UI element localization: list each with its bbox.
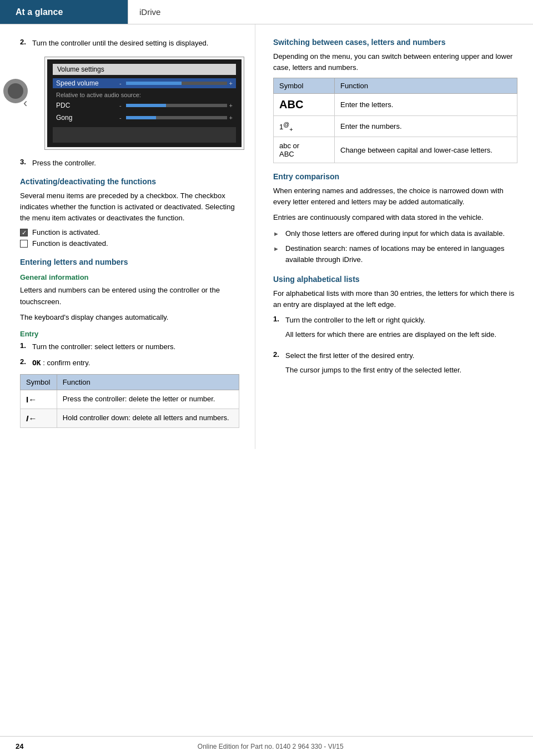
entry-comparison-body2: Entries are continuously compared with d… <box>273 212 517 223</box>
checkbox-deactivated: Function is deactivated. <box>20 239 239 248</box>
activating-section-heading: Activating/deactivating the functions <box>20 177 239 186</box>
switching-function-2: Enter the numbers. <box>335 116 517 137</box>
entry-table-col1: Symbol <box>21 374 57 390</box>
switching-table-col2: Function <box>335 78 517 94</box>
entry-step2: 2. OK : confirm entry. <box>20 357 239 369</box>
switching-function-1: Enter the letters. <box>335 94 517 116</box>
general-body1: Letters and numbers can be entered using… <box>20 285 239 307</box>
screen-row-pdc: PDC - + <box>53 100 236 110</box>
footer: 24 Online Edition for Part no. 0140 2 96… <box>0 736 533 756</box>
bullet-item-2: ► Destination search: names of locations… <box>273 243 517 265</box>
screen-row-gong: Gong - + <box>53 113 236 123</box>
screen-divider: Relative to active audio source: <box>56 92 233 98</box>
tab-at-a-glance[interactable]: At a glance <box>0 0 128 24</box>
entry-comparison-body1: When entering names and addresses, the c… <box>273 185 517 208</box>
alpha-step2-sub: The cursor jumps to the first entry of t… <box>285 365 461 376</box>
right-column: Switching between cases, letters and num… <box>255 24 533 449</box>
switching-symbol-cases: abc orABC <box>274 137 335 163</box>
table-row: 1@+ Enter the numbers. <box>274 116 517 137</box>
alphabetical-body: For alphabetical lists with more than 30… <box>273 288 517 310</box>
entry-comparison-heading: Entry comparison <box>273 172 517 181</box>
entry-function-1: Press the controller: delete the letter … <box>57 390 239 409</box>
entry-symbol-1: I← <box>21 390 57 409</box>
entry-symbol-2: I← <box>21 409 57 427</box>
step-2: 2. Turn the controller until the desired… <box>20 38 239 49</box>
screen-mockup: Volume settings Speed volume - + Relativ… <box>44 57 244 150</box>
switching-heading: Switching between cases, letters and num… <box>273 38 517 47</box>
switching-table-col1: Symbol <box>274 78 335 94</box>
general-body2: The keyboard's display changes automatic… <box>20 312 239 323</box>
switching-symbol-abc: ABC <box>274 94 335 116</box>
screen-title: Volume settings <box>53 64 236 75</box>
entry-table-col2: Function <box>57 374 239 390</box>
header: At a glance iDrive <box>0 0 533 24</box>
table-row: abc orABC Change between capital and low… <box>274 137 517 163</box>
main-content: 2. Turn the controller until the desired… <box>0 24 533 449</box>
step-3: 3. Press the controller. <box>20 158 239 169</box>
activating-body: Several menu items are preceded by a che… <box>20 190 239 224</box>
entering-section-heading: Entering letters and numbers <box>20 258 239 266</box>
table-row: I← Hold controller down: delete all lett… <box>21 409 239 427</box>
checkbox-unchecked-icon <box>20 240 28 248</box>
alpha-step2: 2. Select the first letter of the desire… <box>273 350 517 380</box>
bullet-arrow-icon: ► <box>273 228 282 239</box>
page-number: 24 <box>16 742 23 750</box>
general-info-subheading: General information <box>20 273 239 281</box>
alpha-step1-sub: All letters for which there are entries … <box>285 329 496 340</box>
screen-row-speed-volume: Speed volume - + <box>53 78 236 88</box>
switching-body: Depending on the menu, you can switch be… <box>273 51 517 73</box>
bullet-item-1: ► Only those letters are offered during … <box>273 228 517 239</box>
left-arrow-icon: ‹ <box>23 96 27 110</box>
tab-idrive[interactable]: iDrive <box>128 0 172 24</box>
table-row: ABC Enter the letters. <box>274 94 517 116</box>
switching-symbol-numbers: 1@+ <box>274 116 335 137</box>
bullet-arrow-icon: ► <box>273 243 282 265</box>
entry-function-2: Hold controller down: delete all letters… <box>57 409 239 427</box>
entry-step1: 1. Turn the controller: select letters o… <box>20 341 239 352</box>
footer-center-text: Online Edition for Part no. 0140 2 964 3… <box>198 743 344 750</box>
checkbox-activated: ✓ Function is activated. <box>20 228 239 236</box>
entry-table: Symbol Function I← Press the controller:… <box>20 374 239 428</box>
left-column: 2. Turn the controller until the desired… <box>0 24 255 449</box>
table-row: I← Press the controller: delete the lett… <box>21 390 239 409</box>
switching-table: Symbol Function ABC Enter the letters. 1… <box>273 78 517 163</box>
checkbox-checked-icon: ✓ <box>20 229 28 236</box>
alphabetical-heading: Using alphabetical lists <box>273 275 517 284</box>
alpha-step1: 1. Turn the controller to the left or ri… <box>273 315 517 345</box>
entry-subheading: Entry <box>20 330 239 338</box>
switching-function-3: Change between capital and lower-case le… <box>335 137 517 163</box>
